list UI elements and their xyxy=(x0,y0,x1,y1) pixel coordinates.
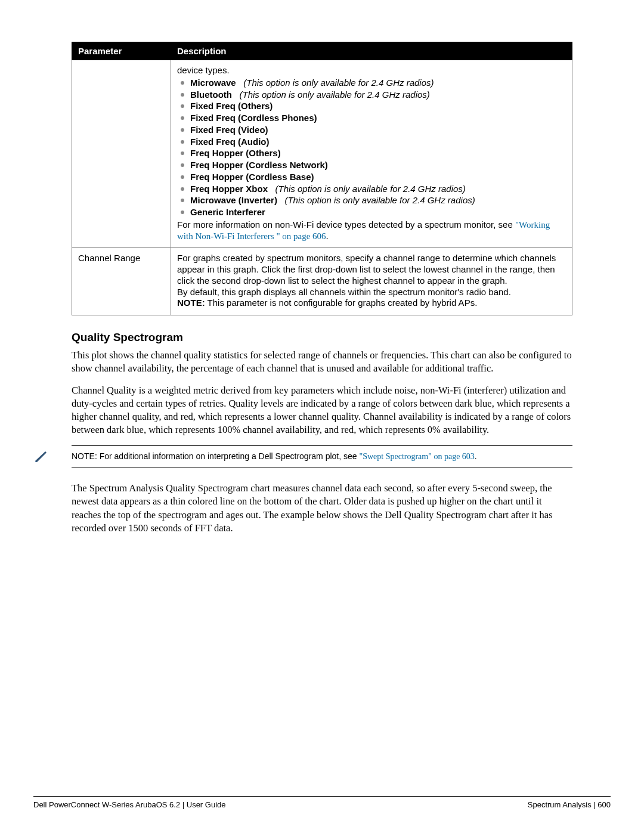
post-text: For more information on non-Wi-Fi device… xyxy=(177,219,515,230)
intro-text: device types. xyxy=(177,65,230,75)
footer-right: Spectrum Analysis | 600 xyxy=(528,800,611,809)
body-paragraph: Channel Quality is a weighted metric der… xyxy=(72,384,572,437)
cr-line1: For graphs created by spectrum monitors,… xyxy=(177,253,566,286)
param-cell-channel-range: Channel Range xyxy=(72,248,171,315)
note-text: NOTE: For additional information on inte… xyxy=(72,445,572,468)
heading-quality-spectrogram: Quality Spectrogram xyxy=(72,331,572,344)
list-item: Freq Hopper (Others) xyxy=(177,148,566,159)
footer-left: Dell PowerConnect W-Series ArubaOS 6.2 |… xyxy=(33,800,226,809)
table-row: Channel Range For graphs created by spec… xyxy=(72,248,572,315)
body-paragraph: This plot shows the channel quality stat… xyxy=(72,349,572,376)
th-description: Description xyxy=(171,42,572,60)
cr-line3: NOTE: This parameter is not configurable… xyxy=(177,298,566,309)
list-item: Fixed Freq (Cordless Phones) xyxy=(177,113,566,124)
table-row: device types. Microwave (This option is … xyxy=(72,60,572,248)
list-item: Freq Hopper (Cordless Base) xyxy=(177,172,566,183)
list-item: Freq Hopper Xbox (This option is only av… xyxy=(177,184,566,195)
th-parameter: Parameter xyxy=(72,42,171,60)
list-item: Bluetooth (This option is only available… xyxy=(177,89,566,101)
page-footer: Dell PowerConnect W-Series ArubaOS 6.2 |… xyxy=(33,796,611,809)
list-item: Generic Interferer xyxy=(177,207,566,218)
param-cell-empty xyxy=(72,60,171,248)
list-item: Fixed Freq (Others) xyxy=(177,101,566,112)
device-type-list: Microwave (This option is only available… xyxy=(177,78,566,218)
desc-cell-channel-range: For graphs created by spectrum monitors,… xyxy=(171,248,572,315)
parameter-table: Parameter Description device types. Micr… xyxy=(72,42,572,315)
list-item: Microwave (Inverter) (This option is onl… xyxy=(177,195,566,206)
page-content: Parameter Description device types. Micr… xyxy=(72,42,572,543)
list-item: Fixed Freq (Audio) xyxy=(177,137,566,148)
note-block: NOTE: For additional information on inte… xyxy=(33,445,572,468)
note-icon xyxy=(33,449,48,463)
cr-line2: By default, this graph displays all chan… xyxy=(177,287,566,298)
list-item: Freq Hopper (Cordless Network) xyxy=(177,160,566,171)
post-end: . xyxy=(326,231,329,241)
body-paragraph: The Spectrum Analysis Quality Spectrogra… xyxy=(72,482,572,535)
list-item: Microwave (This option is only available… xyxy=(177,78,566,89)
link-swept-spectrogram[interactable]: "Swept Spectrogram" on page 603 xyxy=(359,452,474,461)
list-item: Fixed Freq (Video) xyxy=(177,125,566,136)
desc-cell-devicetypes: device types. Microwave (This option is … xyxy=(171,60,572,248)
